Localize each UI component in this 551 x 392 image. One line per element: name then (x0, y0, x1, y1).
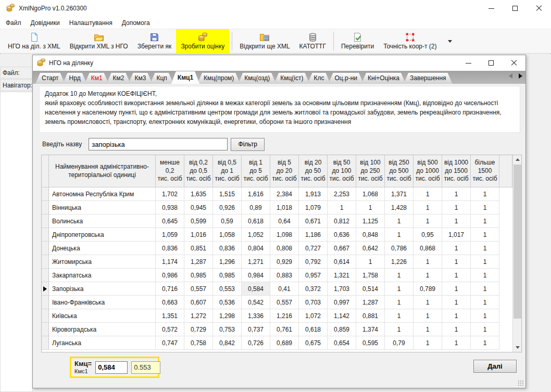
value-cell[interactable]: 1 (414, 323, 442, 336)
column-header-6[interactable]: від 50 до 100 тис. осіб (328, 155, 356, 187)
value-cell[interactable]: 1,287 (356, 296, 385, 309)
value-cell[interactable]: 1 (471, 201, 499, 214)
row-header-cell[interactable] (42, 336, 49, 350)
ngo-from-xml-button[interactable]: НГО на діл. з XML (3, 29, 65, 53)
value-cell[interactable]: 1,296 (213, 255, 242, 269)
value-cell[interactable]: 0,786 (385, 242, 414, 255)
region-name-cell[interactable]: Автономна Республіка Крим (49, 187, 156, 201)
tab-kmc1[interactable]: Кмц1 (171, 71, 199, 84)
value-cell[interactable]: 1 (471, 282, 499, 296)
region-name-cell[interactable]: Вінницька (49, 201, 156, 214)
value-cell[interactable]: 1 (414, 201, 442, 214)
column-header-5[interactable]: від 20 до 50 тис. осіб (299, 155, 328, 187)
value-cell[interactable]: 1 (471, 269, 499, 282)
row-header-cell[interactable] (42, 323, 49, 336)
row-header-cell[interactable] (42, 255, 49, 269)
value-cell[interactable]: 1 (414, 336, 442, 350)
value-cell[interactable]: 1,515 (213, 187, 242, 201)
row-header-cell[interactable] (42, 228, 49, 242)
value-cell[interactable]: 0,881 (356, 309, 385, 323)
value-cell[interactable]: 1 (414, 255, 442, 269)
column-header-1[interactable]: від 0,2 до 0,5 тис. осіб (184, 155, 213, 187)
scroll-down-icon[interactable] (513, 343, 522, 352)
value-cell[interactable]: 0,848 (356, 228, 385, 242)
region-name-cell[interactable]: Запорізька (49, 282, 156, 296)
column-header-8[interactable]: від 250 до 500 тис. осіб (385, 155, 414, 187)
value-cell[interactable]: 0,557 (270, 296, 299, 309)
value-cell[interactable]: 1 (442, 201, 471, 214)
value-cell[interactable]: 0,41 (270, 282, 299, 296)
value-cell[interactable]: 0,761 (270, 323, 299, 336)
tab-scroll-left-icon[interactable] (509, 73, 512, 79)
value-cell[interactable]: 1 (385, 309, 414, 323)
value-cell[interactable]: 1 (471, 323, 499, 336)
value-cell[interactable]: 0,614 (328, 255, 356, 269)
value-cell[interactable]: 1,616 (242, 187, 270, 201)
row-header-cell[interactable] (42, 201, 49, 214)
value-cell[interactable]: 0,859 (328, 323, 356, 336)
value-cell[interactable]: 1 (442, 255, 471, 269)
value-cell[interactable]: 1,371 (385, 187, 414, 201)
value-cell[interactable]: 0,642 (356, 242, 385, 255)
value-cell[interactable]: 1,079 (299, 201, 328, 214)
column-header-3[interactable]: від 1 до 5 тис. осіб (242, 155, 270, 187)
value-cell[interactable]: 0,654 (328, 336, 356, 350)
value-cell[interactable]: 0,938 (156, 201, 184, 214)
value-cell[interactable]: 1 (442, 187, 471, 201)
open-more-xml-button[interactable]: Відкрити ще XML (235, 29, 294, 53)
value-cell[interactable]: 0,79 (385, 336, 414, 350)
region-name-cell[interactable]: Дніпропетровська (49, 228, 156, 242)
value-cell[interactable]: 0,726 (242, 336, 270, 350)
value-cell[interactable]: 2,253 (328, 187, 356, 201)
region-name-cell[interactable]: Закарпатська (49, 269, 156, 282)
value-cell[interactable]: 0,804 (242, 242, 270, 255)
value-cell[interactable]: 0,747 (156, 336, 184, 350)
region-name-cell[interactable]: Київська (49, 309, 156, 323)
value-cell[interactable]: 1,287 (184, 255, 213, 269)
value-cell[interactable]: 0,689 (270, 336, 299, 350)
tab-kmc-ozd[interactable]: Кмц(озд) (238, 73, 276, 84)
region-name-cell[interactable]: Житомирська (49, 255, 156, 269)
value-cell[interactable]: 1 (414, 296, 442, 309)
value-cell[interactable]: 1 (442, 282, 471, 296)
resize-grip[interactable] (518, 380, 524, 386)
value-cell[interactable]: 1 (385, 282, 414, 296)
region-name-cell[interactable]: Кіровоградська (49, 323, 156, 336)
value-cell[interactable]: 1,913 (299, 187, 328, 201)
tab-kmc-ist[interactable]: Кмц(іст) (274, 73, 309, 84)
value-cell[interactable]: 0,792 (299, 255, 328, 269)
region-name-cell[interactable]: Івано-Франківська (49, 296, 156, 309)
selected-value-cell[interactable]: 0,584 (242, 282, 270, 296)
dialog-maximize-icon[interactable] (480, 55, 503, 71)
value-cell[interactable]: 1,321 (328, 269, 356, 282)
value-cell[interactable]: 1 (442, 269, 471, 282)
value-cell[interactable]: 0,618 (299, 323, 328, 336)
value-cell[interactable]: 1,336 (242, 309, 270, 323)
column-header-9[interactable]: від 500 до 1000 тис. осіб (414, 155, 442, 187)
value-cell[interactable]: 1 (414, 214, 442, 228)
menu-item-2[interactable]: Налаштування (65, 17, 117, 29)
column-header-7[interactable]: від 100 до 250 тис. осіб (356, 155, 385, 187)
value-cell[interactable]: 0,842 (213, 336, 242, 350)
region-name-cell[interactable]: Донецька (49, 242, 156, 255)
scrollbar-thumb[interactable] (514, 165, 521, 319)
filter-name-input[interactable] (89, 138, 228, 150)
value-cell[interactable]: 0,758 (184, 336, 213, 350)
tab-scroll-right-icon[interactable] (519, 73, 522, 79)
value-cell[interactable]: 0,95 (414, 228, 442, 242)
value-cell[interactable]: 1 (442, 296, 471, 309)
next-button[interactable]: Далі (473, 360, 517, 373)
value-cell[interactable]: 0,557 (184, 282, 213, 296)
value-cell[interactable]: 1,052 (242, 228, 270, 242)
value-cell[interactable]: 1,098 (270, 228, 299, 242)
value-cell[interactable]: 0,945 (184, 201, 213, 214)
value-cell[interactable]: 1,018 (270, 201, 299, 214)
value-cell[interactable]: 0,618 (242, 214, 270, 228)
value-cell[interactable]: 1 (471, 296, 499, 309)
value-cell[interactable]: 0,703 (299, 296, 328, 309)
row-header-cell[interactable] (42, 155, 49, 187)
value-cell[interactable]: 0,986 (156, 269, 184, 282)
value-cell[interactable]: 0,985 (213, 269, 242, 282)
column-header-11[interactable]: більше 1500 тис. осіб (471, 155, 499, 187)
value-cell[interactable]: 0,812 (328, 214, 356, 228)
